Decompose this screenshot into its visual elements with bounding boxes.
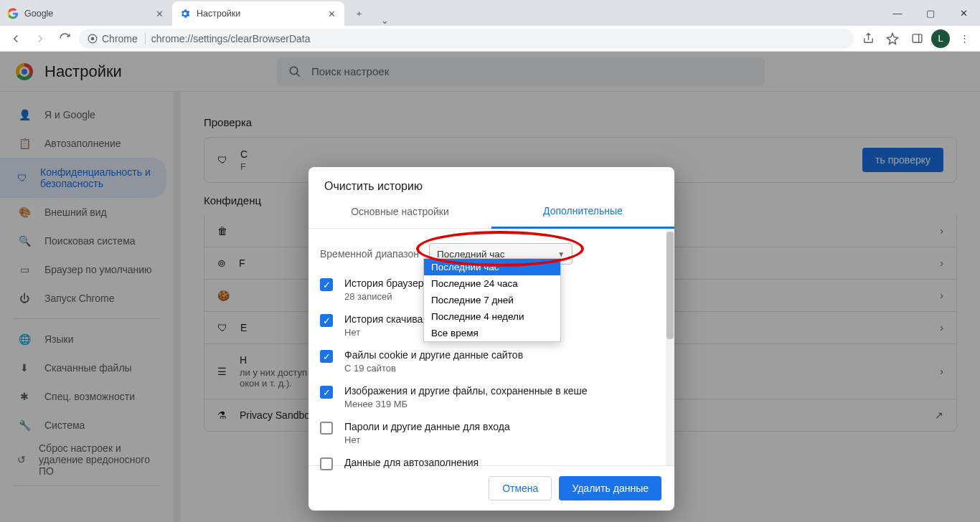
checkbox-icon[interactable]: ✓	[320, 314, 333, 327]
checkbox-row-cookies[interactable]: ✓ Файлы cookie и другие данные сайтовС 1…	[320, 345, 667, 381]
profile-avatar[interactable]: L	[931, 29, 950, 48]
browser-toolbar: Chrome chrome://settings/clearBrowserDat…	[0, 26, 980, 52]
tabs-dropdown-icon[interactable]: ⌄	[373, 15, 396, 26]
dropdown-option[interactable]: Последний час	[424, 259, 560, 275]
settings-page: Настройки Поиск настроек 👤Я и Google 📋Ав…	[0, 52, 980, 522]
delete-data-button[interactable]: Удалить данные	[559, 476, 661, 500]
checkbox-row-cache[interactable]: ✓ Изображения и другие файлы, сохраненны…	[320, 381, 667, 417]
dropdown-option[interactable]: Последние 7 дней	[424, 292, 560, 308]
checkbox-icon[interactable]: ✓	[320, 457, 333, 470]
checkbox-row-autofill[interactable]: ✓ Данные для автозаполнения	[320, 452, 667, 470]
chevron-down-icon: ▼	[557, 250, 565, 258]
window-controls: ― ▢ ✕	[881, 0, 980, 26]
reload-button[interactable]	[55, 29, 75, 49]
tab-settings[interactable]: Настройки ✕	[172, 1, 344, 26]
kebab-menu-icon[interactable]: ⋮	[954, 29, 974, 49]
share-icon[interactable]	[858, 29, 878, 49]
tab-strip: Google ✕ Настройки ✕ ＋	[0, 0, 373, 26]
cancel-button[interactable]: Отмена	[489, 476, 552, 500]
close-icon[interactable]: ✕	[154, 8, 165, 19]
dialog-actions: Отмена Удалить данные	[308, 465, 674, 511]
tab-google[interactable]: Google ✕	[0, 1, 172, 26]
gear-icon	[179, 8, 191, 19]
time-range-label: Временной диапазон	[320, 248, 419, 260]
checkbox-icon[interactable]: ✓	[320, 386, 333, 399]
time-range-dropdown: Последний час Последние 24 часа Последни…	[423, 258, 561, 342]
dropdown-option[interactable]: Все время	[424, 325, 560, 341]
tab-title: Настройки	[197, 9, 240, 19]
forward-button[interactable]	[30, 29, 50, 49]
close-window-button[interactable]: ✕	[947, 2, 980, 24]
google-favicon-icon	[7, 8, 19, 19]
back-button[interactable]	[6, 29, 26, 49]
svg-rect-2	[913, 34, 922, 42]
site-chip[interactable]: Chrome	[88, 33, 146, 44]
bookmark-star-icon[interactable]	[882, 29, 903, 49]
address-bar[interactable]: Chrome chrome://settings/clearBrowserDat…	[79, 29, 854, 49]
checkbox-row-passwords[interactable]: ✓ Пароли и другие данные для входаНет	[320, 417, 667, 452]
side-panel-icon[interactable]	[907, 29, 927, 49]
minimize-button[interactable]: ―	[881, 2, 914, 24]
dropdown-option[interactable]: Последние 4 недели	[424, 308, 560, 325]
new-tab-button[interactable]: ＋	[349, 4, 369, 24]
window-titlebar: Google ✕ Настройки ✕ ＋ ⌄ ― ▢ ✕	[0, 0, 980, 26]
tab-basic[interactable]: Основные настройки	[308, 194, 491, 228]
url-text: chrome://settings/clearBrowserData	[151, 33, 311, 44]
tab-title: Google	[24, 9, 53, 19]
dropdown-option[interactable]: Последние 24 часа	[424, 275, 560, 292]
chrome-icon	[88, 34, 98, 44]
checkbox-icon[interactable]: ✓	[320, 350, 333, 363]
checkbox-icon[interactable]: ✓	[320, 422, 333, 435]
scrollbar-thumb[interactable]	[666, 232, 674, 339]
dialog-tabs: Основные настройки Дополнительные	[308, 194, 674, 229]
maximize-button[interactable]: ▢	[914, 2, 947, 24]
checkbox-icon[interactable]: ✓	[320, 278, 333, 291]
dialog-title: Очистить историю	[308, 167, 674, 194]
tab-advanced[interactable]: Дополнительные	[491, 194, 674, 229]
close-icon[interactable]: ✕	[326, 8, 337, 19]
svg-point-1	[91, 37, 95, 40]
